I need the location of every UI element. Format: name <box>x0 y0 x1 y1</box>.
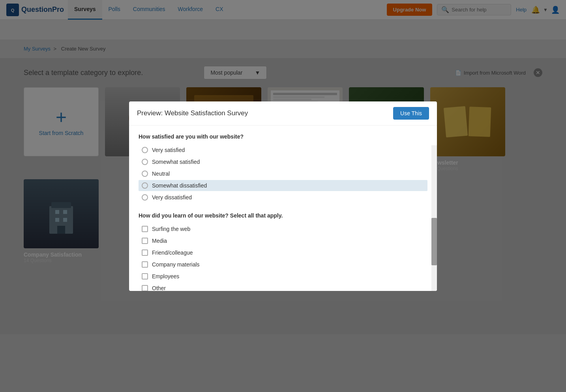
checkbox-label-1-1: Media <box>152 238 167 244</box>
checkbox-box <box>142 273 148 279</box>
checkbox-label-1-5: Other <box>152 285 166 291</box>
checkbox-option-1-2[interactable]: Friend/colleague <box>139 247 427 258</box>
question-block-0: How satisfied are you with our website? … <box>139 133 427 203</box>
checkbox-option-1-5[interactable]: Other <box>139 283 427 291</box>
use-this-button[interactable]: Use This <box>393 107 429 120</box>
modal-body: How satisfied are you with our website? … <box>129 126 437 291</box>
modal-title: Preview: Website Satisfaction Survey <box>137 109 248 117</box>
radio-circle <box>142 159 148 165</box>
modal-overlay[interactable]: Preview: Website Satisfaction Survey Use… <box>0 0 566 392</box>
radio-circle <box>142 194 148 201</box>
radio-circle <box>142 171 148 177</box>
radio-circle <box>142 147 148 153</box>
radio-option-0-4[interactable]: Very dissatisfied <box>139 192 427 203</box>
checkbox-option-1-1[interactable]: Media <box>139 235 427 246</box>
radio-option-0-1[interactable]: Somewhat satisfied <box>139 156 427 167</box>
radio-label-0-0: Very satisfied <box>152 147 185 153</box>
modal-scrollbar-thumb[interactable] <box>431 218 437 265</box>
checkbox-label-1-2: Friend/colleague <box>152 249 193 256</box>
radio-label-0-1: Somewhat satisfied <box>152 159 200 165</box>
radio-label-0-3: Somewhat dissatisfied <box>152 182 207 189</box>
checkbox-box <box>142 285 148 291</box>
radio-option-0-0[interactable]: Very satisfied <box>139 144 427 156</box>
checkbox-box <box>142 226 148 232</box>
checkbox-option-1-3[interactable]: Company materials <box>139 259 427 270</box>
radio-label-0-2: Neutral <box>152 171 170 177</box>
checkbox-label-1-0: Surfing the web <box>152 226 190 232</box>
question-text-1: How did you learn of our website? Select… <box>139 212 427 219</box>
modal-scrollbar[interactable] <box>431 145 437 291</box>
checkbox-label-1-4: Employees <box>152 273 179 279</box>
radio-circle <box>142 182 148 189</box>
modal-header: Preview: Website Satisfaction Survey Use… <box>129 101 437 126</box>
checkbox-box <box>142 238 148 244</box>
radio-option-0-2[interactable]: Neutral <box>139 168 427 179</box>
radio-option-0-3[interactable]: Somewhat dissatisfied <box>139 180 427 191</box>
checkbox-option-1-0[interactable]: Surfing the web <box>139 223 427 234</box>
question-text-0: How satisfied are you with our website? <box>139 133 427 140</box>
checkbox-box <box>142 261 148 268</box>
question-block-1: How did you learn of our website? Select… <box>139 212 427 291</box>
preview-modal: Preview: Website Satisfaction Survey Use… <box>129 101 437 291</box>
checkbox-label-1-3: Company materials <box>152 261 200 268</box>
checkbox-box <box>142 249 148 256</box>
checkbox-option-1-4[interactable]: Employees <box>139 271 427 282</box>
radio-label-0-4: Very dissatisfied <box>152 194 192 201</box>
